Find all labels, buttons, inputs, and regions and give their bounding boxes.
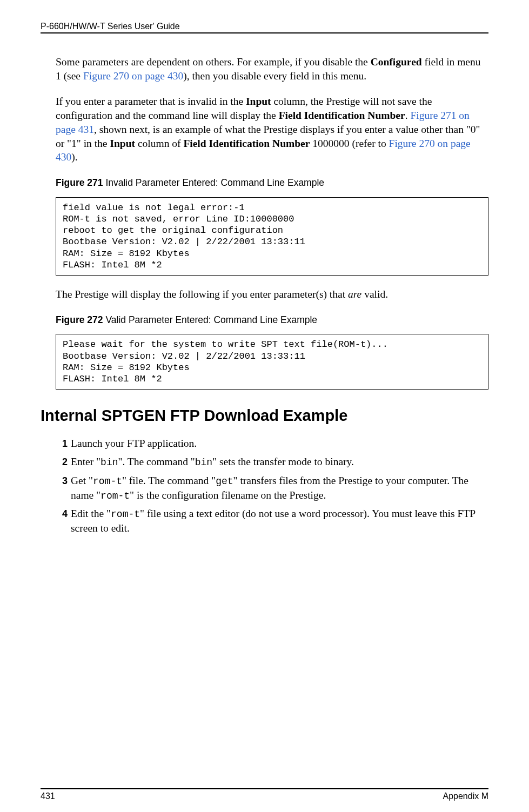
page-number: 431	[41, 791, 55, 801]
text: column of	[135, 138, 183, 149]
text-mono: get	[216, 476, 233, 487]
figure-label: Figure 271	[56, 177, 103, 188]
ordered-list: 1 Launch your FTP application. 2 Enter "…	[56, 437, 488, 535]
paragraph-2: If you enter a parameter that is invalid…	[56, 95, 488, 164]
text: Launch your FTP application.	[71, 438, 197, 449]
text: .	[405, 110, 411, 121]
text-bold: Field Identification Number	[279, 110, 405, 121]
text-bold: Field Identification Number	[183, 138, 310, 149]
figure-title: Valid Parameter Entered: Command Line Ex…	[103, 314, 318, 325]
list-item: 2 Enter "bin". The command "bin" sets th…	[56, 455, 488, 469]
code-content: field value is not legal error:-1 ROM-t …	[63, 203, 305, 270]
list-content: Launch your FTP application.	[71, 437, 488, 451]
figure-272-caption: Figure 272 Valid Parameter Entered: Comm…	[56, 313, 488, 327]
link-figure-270[interactable]: Figure 270 on page 430	[83, 70, 183, 82]
text: ), then you disable every field in this …	[183, 70, 366, 82]
text: ". The command "	[118, 456, 195, 467]
list-content: Enter "bin". The command "bin" sets the …	[71, 455, 488, 469]
text-mono: rom-t	[101, 491, 130, 501]
list-item: 3 Get "rom-t" file. The command "get" tr…	[56, 474, 488, 503]
list-content: Edit the "rom-t" file using a text edito…	[71, 507, 488, 535]
text-bold: Input	[110, 138, 135, 149]
text: If you enter a parameter that is invalid…	[56, 96, 246, 107]
text: Enter "	[71, 456, 101, 467]
page: P-660H/HW/W-T Series User' Guide Some pa…	[0, 0, 529, 812]
page-header: P-660H/HW/W-T Series User' Guide	[41, 22, 488, 33]
text-mono: rom-t	[111, 509, 140, 520]
text: Get "	[71, 475, 93, 486]
text: The Prestige will display the following …	[56, 288, 348, 300]
code-content: Please wait for the system to write SPT …	[63, 339, 388, 384]
text: " sets the transfer mode to binary.	[212, 456, 354, 467]
appendix-label: Appendix M	[443, 791, 489, 801]
code-box-valid: Please wait for the system to write SPT …	[56, 334, 488, 390]
figure-271-caption: Figure 271 Invalid Parameter Entered: Co…	[56, 176, 488, 190]
text: 1000000 (refer to	[310, 138, 389, 149]
header-title: P-660H/HW/W-T Series User' Guide	[41, 22, 180, 31]
list-number: 4	[56, 507, 68, 521]
list-item: 4 Edit the "rom-t" file using a text edi…	[56, 507, 488, 535]
text-mono: rom-t	[93, 476, 122, 487]
text: " file. The command "	[122, 475, 216, 486]
text: " is the configuration filename on the P…	[130, 489, 326, 501]
paragraph-1: Some parameters are dependent on others.…	[56, 55, 488, 83]
code-box-invalid: field value is not legal error:-1 ROM-t …	[56, 197, 488, 276]
list-item: 1 Launch your FTP application.	[56, 437, 488, 451]
list-content: Get "rom-t" file. The command "get" tran…	[71, 474, 488, 503]
list-number: 3	[56, 474, 68, 488]
list-number: 1	[56, 437, 68, 451]
text-italic: are	[348, 288, 361, 300]
text-bold: Configured	[371, 56, 422, 68]
text-mono: bin	[195, 457, 212, 468]
paragraph-3: The Prestige will display the following …	[56, 287, 488, 301]
figure-label: Figure 272	[56, 314, 103, 325]
text: Some parameters are dependent on others.…	[56, 56, 371, 68]
section-heading: Internal SPTGEN FTP Download Example	[41, 407, 488, 425]
page-footer: 431 Appendix M	[41, 788, 488, 801]
text: ).	[71, 151, 77, 163]
text-mono: bin	[101, 457, 118, 468]
figure-title: Invalid Parameter Entered: Command Line …	[103, 177, 325, 188]
list-number: 2	[56, 455, 68, 469]
text: Edit the "	[71, 508, 111, 519]
text-bold: Input	[246, 96, 271, 107]
text: valid.	[361, 288, 388, 300]
